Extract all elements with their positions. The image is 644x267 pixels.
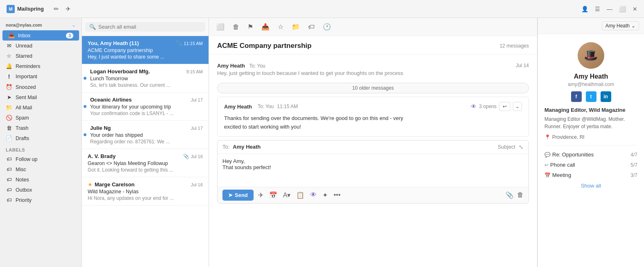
- email-item[interactable]: Logan Hoverboard Mfg. 9:15 AM Lunch Tomo…: [82, 64, 209, 93]
- compose-body[interactable]: Hey Amy, That sounds perfect!: [218, 154, 528, 187]
- email-item[interactable]: You, Amy Heath (11) 📎 11:15 AM ACME Comp…: [82, 36, 209, 64]
- email-subject: Your order has shipped: [90, 132, 203, 138]
- compose-toolbar: ➤ Send ✈ 📅 A▾ 📋 👁 ✦ ••• 📎 🗑: [218, 187, 528, 203]
- compose-more-icon[interactable]: •••: [332, 190, 342, 200]
- sidebar-item-all-mail[interactable]: 📁 All Mail: [0, 102, 82, 113]
- reply-button[interactable]: ↩: [499, 102, 510, 111]
- contact-selector[interactable]: Amy Heath ⌄: [602, 21, 639, 30]
- related-item[interactable]: ↩ Phone call 5/7: [544, 160, 637, 170]
- star-icon: ★: [88, 181, 93, 188]
- compose-template-icon[interactable]: 📋: [295, 190, 306, 200]
- maximize-button[interactable]: ⬜: [619, 6, 626, 12]
- sidebar-item-misc[interactable]: 🏷 Misc: [0, 164, 82, 174]
- inbox-label: Inbox: [18, 33, 31, 38]
- twitter-icon[interactable]: t: [586, 91, 596, 102]
- notes-label: Notes: [16, 177, 29, 183]
- attach-icon: 📎: [183, 154, 189, 159]
- sidebar-item-inbox[interactable]: 📥 Inbox 3: [2, 30, 79, 41]
- main-layout: nora@nylas.com ⌄ 📥 Inbox 3 ✉ Unread ☆ St…: [0, 18, 644, 267]
- related-item[interactable]: 📅 Meeting 3/7: [544, 170, 637, 180]
- compose-format-icon[interactable]: A▾: [282, 190, 292, 200]
- compose-attach-button[interactable]: 📎: [506, 191, 514, 199]
- search-input[interactable]: [98, 24, 201, 30]
- priority-label: Priority: [16, 197, 32, 203]
- message-row-collapsed[interactable]: Amy Heath To: You Jul 14 Hey, just getti…: [209, 59, 537, 79]
- move-toolbar-icon[interactable]: 📥: [260, 21, 271, 32]
- priority-icon: 🏷: [6, 197, 12, 203]
- contact-email: amy@heathmail.com: [568, 81, 614, 87]
- related-item-label: Re: Opportunities: [552, 152, 594, 158]
- sidebar-item-reminders[interactable]: 🔔 Reminders: [0, 61, 82, 71]
- email-item[interactable]: A. V. Brady 📎 Jul 16 Gearon <> Nylas Mee…: [82, 149, 209, 177]
- compose-eye-icon[interactable]: 👁: [309, 190, 318, 200]
- show-all-button[interactable]: Show all: [574, 180, 608, 191]
- sidebar-item-follow-up[interactable]: 🏷 Follow up: [0, 154, 82, 164]
- sidebar-item-snoozed[interactable]: ⏰ Snoozed: [0, 82, 82, 92]
- sidebar-item-sent[interactable]: ➤ Sent Mail: [0, 92, 82, 102]
- contact-avatar-area: 🎩 Amy Heath amy@heathmail.com f t in: [538, 34, 644, 107]
- unread-icon: ✉: [6, 43, 12, 49]
- older-messages-button[interactable]: 10 older messages: [217, 83, 529, 93]
- app-logo: M Mailspring: [7, 5, 44, 13]
- close-button[interactable]: ✕: [633, 6, 637, 12]
- spam-label: Spam: [16, 115, 29, 121]
- delete-toolbar-icon[interactable]: 🗑: [231, 22, 241, 32]
- sidebar-item-outbox[interactable]: 🏷 Outbox: [0, 185, 82, 195]
- compose-header: To: Amy Heath Subject ⤡: [218, 140, 528, 154]
- email-item[interactable]: ★ Marge Carelson Jul 16 Wild Magazine - …: [82, 177, 209, 206]
- email-preview: Got it. Looking forward to getting this …: [88, 167, 203, 173]
- compose-snippets-icon[interactable]: ✦: [321, 190, 329, 200]
- inbox-badge: 3: [66, 33, 73, 38]
- reminders-label: Reminders: [16, 63, 40, 69]
- folder-toolbar-icon[interactable]: 📁: [290, 21, 302, 32]
- contact-selector-label: Amy Heath: [605, 23, 630, 29]
- linkedin-icon[interactable]: in: [601, 91, 611, 102]
- minimize-button[interactable]: —: [607, 6, 612, 12]
- archive-toolbar-icon[interactable]: ⬜: [215, 21, 226, 32]
- important-label: Important: [16, 74, 37, 79]
- compose-expand-button[interactable]: ⤡: [519, 144, 524, 150]
- email-preview: Hey, I just wanted to share some ...: [88, 54, 203, 60]
- airplane-icon-button[interactable]: ✈: [64, 4, 73, 14]
- compose-discard-button[interactable]: 🗑: [517, 191, 524, 199]
- trash-icon: 🗑: [6, 125, 12, 131]
- search-bar[interactable]: 🔍: [85, 22, 205, 32]
- email-item[interactable]: Julie Ng Jul 17 Your order has shipped R…: [82, 121, 209, 149]
- sidebar-item-important[interactable]: ! Important: [0, 71, 82, 82]
- email-time: Jul 16: [191, 154, 203, 159]
- menu-button[interactable]: ☰: [595, 6, 600, 12]
- account-chevron-icon[interactable]: ⌄: [72, 22, 76, 28]
- detail-toolbar: ⬜ 🗑 ⚑ 📥 ☆ 📁 🏷 🕐: [209, 18, 537, 36]
- compose-calendar-icon[interactable]: 📅: [268, 190, 279, 200]
- email-sender: Julie Ng: [90, 125, 111, 131]
- sidebar-item-trash[interactable]: 🗑 Trash: [0, 123, 82, 133]
- sidebar-item-notes[interactable]: 🏷 Notes: [0, 174, 82, 185]
- sidebar-item-priority[interactable]: 🏷 Priority: [0, 195, 82, 205]
- sidebar-item-unread[interactable]: ✉ Unread: [0, 41, 82, 51]
- related-item-icon: 💬: [544, 152, 551, 158]
- email-subject: ACME Company partnership: [88, 48, 203, 53]
- compose-tracking-icon[interactable]: ✈: [257, 190, 265, 200]
- star-toolbar-icon[interactable]: ☆: [276, 21, 285, 32]
- tag-toolbar-icon[interactable]: 🏷: [306, 22, 316, 32]
- related-item[interactable]: 💬 Re: Opportunities 4/7: [544, 149, 637, 160]
- contact-name: Amy Heath: [574, 73, 608, 80]
- compose-button[interactable]: ✏: [52, 4, 61, 14]
- sidebar-item-spam[interactable]: 🚫 Spam: [0, 113, 82, 123]
- avatar: 🎩: [578, 42, 604, 69]
- expanded-sender: Amy Heath: [224, 104, 252, 110]
- report-toolbar-icon[interactable]: ⚑: [246, 21, 255, 32]
- email-list-toolbar: 🔍: [82, 18, 209, 36]
- sidebar-item-starred[interactable]: ☆ Starred: [0, 51, 82, 61]
- email-item[interactable]: Oceanic Airlines Jul 17 Your itinerary f…: [82, 93, 209, 121]
- send-button[interactable]: ➤ Send: [222, 190, 254, 201]
- user-icon-button[interactable]: 👤: [581, 6, 588, 12]
- message-expanded: Amy Heath To: You 11:15 AM 👁 3 opens ↩ ⌄…: [217, 97, 529, 137]
- facebook-icon[interactable]: f: [571, 91, 582, 102]
- related-item-icon: ↩: [544, 162, 549, 168]
- sidebar-item-drafts[interactable]: 📄 Drafts: [0, 133, 82, 143]
- snooze-toolbar-icon[interactable]: 🕐: [321, 21, 333, 32]
- misc-icon: 🏷: [6, 166, 12, 172]
- compose-body-line2: That sounds perfect!: [222, 164, 524, 170]
- reply-chevron-button[interactable]: ⌄: [513, 102, 522, 111]
